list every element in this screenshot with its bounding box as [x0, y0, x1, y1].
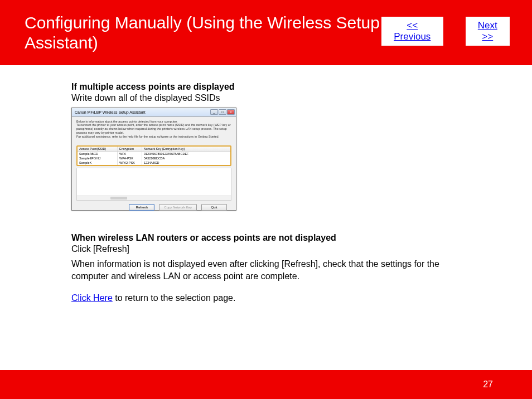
dialog-info: Below is information about the access po… — [76, 120, 231, 139]
header-banner: Configuring Manually (Using the Wireless… — [0, 0, 532, 65]
dialog-body: Below is information about the access po… — [72, 117, 236, 213]
scroll-thumb[interactable] — [110, 197, 127, 199]
wireless-assistant-dialog: Canon MF/LBP Wireless Setup Assistant _ … — [71, 108, 236, 211]
cell-enc: WPA-PSK — [118, 156, 142, 160]
dialog-title: Canon MF/LBP Wireless Setup Assistant — [75, 110, 146, 114]
cell-enc: WPA2-PSK — [118, 160, 142, 165]
dialog-info-line1: Below is information about the access po… — [76, 120, 231, 124]
quit-button[interactable]: Quit — [201, 204, 227, 211]
col-header-key: Network Key (Encryption Key) — [142, 147, 230, 151]
col-header-encryption: Encryption — [118, 147, 142, 151]
click-here-link[interactable]: Click Here — [71, 293, 113, 303]
copy-network-key-button[interactable]: Copy Network Key — [159, 204, 197, 211]
table-header: Access Point(SSID) Encryption Network Ke… — [78, 147, 230, 152]
cell-key: 543210EDCBA — [142, 156, 230, 160]
close-icon[interactable]: × — [227, 109, 235, 115]
cell-ssid: SampleEFGHIJ — [78, 156, 118, 160]
window-controls: _ □ × — [210, 109, 235, 115]
page-number: 27 — [483, 379, 493, 390]
section2-heading: When wireless LAN routers or access poin… — [71, 233, 460, 243]
section2-text2: When information is not displayed even a… — [71, 258, 460, 282]
table-row[interactable]: SampleK WPA2-PSK 1234ABCD — [78, 160, 230, 165]
dialog-buttons: Refresh Copy Network Key Quit — [76, 201, 231, 211]
cell-ssid: SampleK — [78, 160, 118, 165]
footer-banner: 27 — [0, 370, 532, 399]
dialog-info-line3: For additional assistance, refer to the … — [76, 135, 231, 139]
dialog-titlebar: Canon MF/LBP Wireless Setup Assistant _ … — [72, 108, 236, 117]
refresh-button[interactable]: Refresh — [129, 204, 154, 211]
table-row[interactable]: SampleABCD WPA 0123456789012345678ABCDEF — [78, 152, 230, 156]
col-header-ssid: Access Point(SSID) — [78, 147, 118, 151]
cell-ssid: SampleABCD — [78, 152, 118, 156]
return-line: Click Here to return to the selection pa… — [71, 293, 460, 303]
page-title: Configuring Manually (Using the Wireless… — [25, 13, 381, 53]
cell-key: 1234ABCD — [142, 160, 230, 165]
section1-heading: If multiple access points are displayed — [71, 82, 460, 92]
maximize-icon[interactable]: □ — [219, 109, 226, 115]
nav-buttons: << Previous Next >> — [381, 17, 510, 46]
return-rest-text: to return to the selection page. — [113, 293, 236, 303]
section2: When wireless LAN routers or access poin… — [71, 233, 460, 283]
next-button[interactable]: Next >> — [466, 17, 510, 46]
dialog-info-line2: To connect the printer to your access po… — [76, 123, 231, 135]
cell-key: 0123456789012345678ABCDEF — [142, 152, 230, 156]
table-row[interactable]: SampleEFGHIJ WPA-PSK 543210EDCBA — [78, 156, 230, 160]
section2-text1: Click [Refresh] — [71, 243, 460, 255]
horizontal-scrollbar[interactable] — [76, 196, 231, 201]
previous-button[interactable]: << Previous — [381, 17, 443, 46]
minimize-icon[interactable]: _ — [210, 109, 218, 115]
cell-enc: WPA — [118, 152, 142, 156]
table-blank-area — [76, 168, 231, 196]
section1-text: Write down all of the displayed SSIDs — [71, 92, 460, 104]
content-area: If multiple access points are displayed … — [0, 65, 532, 303]
access-point-table: Access Point(SSID) Encryption Network Ke… — [76, 145, 231, 166]
